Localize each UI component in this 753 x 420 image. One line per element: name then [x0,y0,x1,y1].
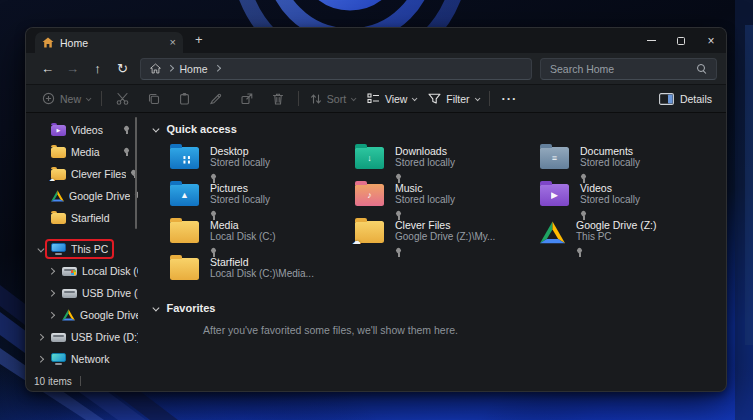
google-drive-icon [540,221,565,244]
copy-button[interactable] [138,92,169,105]
chevron-down-icon[interactable] [34,247,47,252]
tile-name: Documents [580,145,640,157]
rename-button[interactable] [200,92,231,105]
minimize-button[interactable] [636,28,666,53]
delete-button[interactable] [262,92,293,105]
sidebar-item-core: Local Disk (C:) [58,263,138,279]
tile-music[interactable]: ♪MusicStored locally [355,182,540,219]
sidebar-item-label: Media [71,146,100,158]
chevron-right-icon[interactable] [45,269,58,274]
sidebar-item-core: Google Drive [47,188,134,204]
tile-starfield[interactable]: StarfieldLocal Disk (C:)\Media... [170,256,355,293]
address-bar[interactable]: Home [140,58,532,80]
search-icon[interactable] [697,64,707,74]
new-tab-button[interactable]: + [195,33,203,46]
close-button[interactable]: × [696,28,726,53]
tile-location: Local Disk (C:) [210,231,276,243]
tile-downloads[interactable]: ↓DownloadsStored locally [355,145,540,182]
sidebar-item-google-drive[interactable]: Google Drive ( [26,304,138,326]
search-box[interactable]: Search Home [540,58,717,80]
chevron-right-icon[interactable] [214,65,220,71]
folder-downloads-icon: ↓ [355,147,384,169]
sidebar-item-google-drive[interactable]: Google Drive [26,185,138,207]
sidebar-item-label: Local Disk (C:) [82,265,138,277]
tile-text: DownloadsStored locally [395,145,455,187]
search-placeholder: Search Home [550,63,614,75]
sidebar-item-starfield[interactable]: Starfield [26,207,138,229]
tile-clever-files[interactable]: ☁Clever FilesGoogle Drive (Z:)\My... [355,219,540,256]
view-button[interactable]: View [361,93,422,105]
tile-name: Music [395,182,455,194]
back-button[interactable]: ← [35,61,60,76]
chevron-down-icon[interactable] [153,125,159,131]
sidebar-item-core: Google Drive ( [58,307,138,323]
cut-button[interactable] [107,92,138,105]
tile-location: Stored locally [395,194,455,206]
chevron-right-icon[interactable] [34,335,47,340]
tile-media[interactable]: MediaLocal Disk (C:) [170,219,355,256]
sidebar-item-label: This PC [71,243,108,255]
google-drive-icon [62,309,75,321]
sidebar-gap [26,229,138,238]
sidebar-scrollbar[interactable] [135,117,137,229]
sidebar-item-network[interactable]: Network [26,348,138,370]
tile-name: Media [210,219,276,231]
quick-access-header[interactable]: Quick access [150,123,720,135]
chevron-down-icon[interactable] [153,304,159,310]
sidebar-item-local-disk-c[interactable]: Local Disk (C:) [26,260,138,282]
tile-google-drive-z[interactable]: Google Drive (Z:)This PC [540,219,725,256]
usb-drive-icon [51,333,66,342]
sidebar-item-this-pc[interactable]: This PC [26,238,138,260]
local-disk-icon [62,267,77,276]
maximize-button[interactable] [666,28,696,53]
tab-close-icon[interactable]: × [170,37,176,48]
filter-button[interactable]: Filter [422,93,484,105]
sidebar-item-label: USB Drive (D:) [71,331,138,343]
tab-home[interactable]: Home × [35,32,183,53]
tile-text: MusicStored locally [395,182,455,224]
chevron-right-icon[interactable] [34,357,47,362]
tile-text: DesktopStored locally [210,145,270,187]
tile-pictures[interactable]: ▲PicturesStored locally [170,182,355,219]
paste-button[interactable] [169,92,200,105]
sort-button[interactable]: Sort [304,93,361,105]
tile-documents[interactable]: ≡DocumentsStored locally [540,145,725,182]
screenshot: Home × + × ← → ↑ ↻ Home Search Home [0,0,753,420]
sidebar-item-media[interactable]: Media [26,141,138,163]
sidebar-list: ▶VideosMedia☁Clever FilesGoogle DriveSta… [26,119,138,370]
tile-text: VideosStored locally [580,182,640,224]
chevron-right-icon[interactable] [45,313,58,318]
sidebar-item-label: Videos [71,124,103,136]
share-button[interactable] [231,92,262,105]
sidebar-item-clever-files[interactable]: ☁Clever Files [26,163,138,185]
sidebar-item-videos[interactable]: ▶Videos [26,119,138,141]
tile-name: Starfield [210,256,314,268]
pin-icon [210,211,218,220]
new-button[interactable]: New [36,92,96,105]
tile-desktop[interactable]: DesktopStored locally [170,145,355,182]
sidebar-item-core: This PC [47,241,112,257]
sidebar-item-core: Starfield [47,210,114,226]
breadcrumb-item[interactable]: Home [180,63,208,75]
main-content: Quick access DesktopStored locally↓Downl… [138,113,726,371]
up-button[interactable]: ↑ [85,61,110,76]
details-button[interactable]: Details [659,93,716,105]
pin-icon [395,211,403,220]
sidebar-item-core: ☁Clever Files [47,166,130,182]
folder-yellow-cloud-icon: ☁ [51,169,66,180]
chevron-down-icon [86,95,91,100]
folder-yellow-icon [170,258,199,280]
refresh-button[interactable]: ↻ [110,61,135,76]
tile-videos[interactable]: ▶VideosStored locally [540,182,725,219]
tile-text: StarfieldLocal Disk (C:)\Media... [210,256,314,280]
folder-yellow-icon [170,221,199,243]
more-options-button[interactable]: ··· [495,91,523,106]
sidebar-item-usb-drive-d[interactable]: USB Drive (D:) [26,282,138,304]
tile-name: Pictures [210,182,270,194]
favorites-header[interactable]: Favorites [150,302,720,314]
chevron-right-icon[interactable] [45,291,58,296]
sidebar-item-usb-drive-d[interactable]: USB Drive (D:) [26,326,138,348]
sidebar-item-core: ▶Videos [47,122,107,138]
forward-button[interactable]: → [60,61,85,76]
chevron-down-icon [351,95,356,100]
